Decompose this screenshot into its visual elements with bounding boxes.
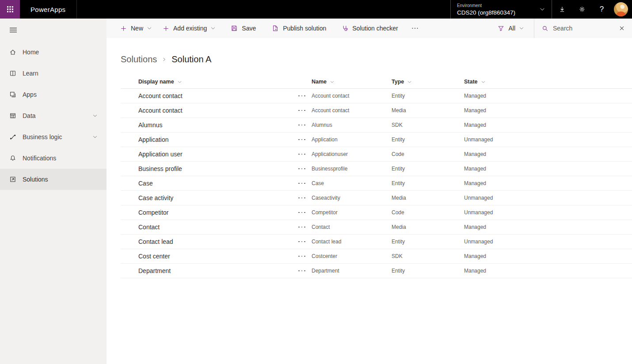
overflow-button[interactable]	[406, 19, 424, 38]
row-display-name: Business profile	[138, 165, 297, 172]
row-name: Account contact	[312, 107, 392, 114]
row-actions-button[interactable]	[297, 168, 312, 170]
table-row[interactable]: Application Application Entity Unmanaged	[121, 133, 632, 147]
environment-value: CDS20 (org8f860347)	[457, 9, 515, 16]
table-row[interactable]: Account contact Account contact Media Ma…	[121, 103, 632, 118]
table-row[interactable]: Department Department Entity Managed	[121, 264, 632, 278]
row-actions-button[interactable]	[297, 227, 312, 228]
column-header-state[interactable]: State	[464, 79, 632, 85]
hamburger-icon	[9, 27, 17, 33]
row-state: Managed	[464, 151, 632, 157]
row-type: Media	[392, 224, 464, 230]
ellipsis-icon	[298, 183, 300, 184]
row-actions-button[interactable]	[297, 197, 312, 199]
row-state: Managed	[464, 93, 632, 99]
ellipsis-icon	[298, 125, 300, 126]
column-header-type[interactable]: Type	[392, 79, 464, 85]
sidebar-item-data[interactable]: Data	[0, 105, 107, 126]
chevron-down-icon	[92, 134, 98, 140]
table-row[interactable]: Business profile Businessprofile Entity …	[121, 162, 632, 176]
row-state: Managed	[464, 122, 632, 128]
row-name: Caseactivity	[312, 195, 392, 201]
row-state: Managed	[464, 268, 632, 274]
ellipsis-icon	[298, 227, 300, 228]
column-header-display-name[interactable]: Display name	[138, 79, 297, 85]
row-state: Managed	[464, 166, 632, 172]
download-button[interactable]	[552, 0, 572, 19]
publish-icon	[272, 25, 279, 32]
row-actions-button[interactable]	[297, 256, 312, 257]
row-display-name: Department	[138, 267, 297, 274]
book-icon	[9, 70, 16, 77]
left-navigation: Home Learn Apps Data	[0, 19, 107, 364]
help-button[interactable]: ?	[592, 0, 612, 19]
row-actions-button[interactable]	[297, 212, 312, 213]
sidebar-item-solutions[interactable]: Solutions	[0, 169, 107, 190]
row-display-name: Account contact	[138, 107, 297, 114]
chevron-down-icon	[210, 26, 216, 31]
row-actions-button[interactable]	[297, 183, 312, 184]
row-actions-button[interactable]	[297, 154, 312, 155]
row-type: SDK	[392, 122, 464, 128]
search-box	[534, 19, 612, 38]
stethoscope-icon	[341, 25, 348, 32]
filter-button[interactable]: All	[492, 19, 529, 38]
row-display-name: Alumnus	[138, 121, 297, 129]
search-input[interactable]	[553, 25, 605, 32]
row-display-name: Application	[138, 136, 297, 143]
data-table-icon	[9, 112, 16, 119]
environment-picker[interactable]: Environment CDS20 (org8f860347)	[450, 0, 552, 19]
row-actions-button[interactable]	[297, 110, 312, 111]
chevron-down-icon	[330, 80, 335, 84]
table-row[interactable]: Case activity Caseactivity Media Unmanag…	[121, 191, 632, 205]
add-existing-button[interactable]: Add existing	[157, 19, 221, 38]
publish-solution-button[interactable]: Publish solution	[267, 19, 331, 38]
sidebar-item-apps[interactable]: Apps	[0, 84, 107, 105]
row-actions-button[interactable]	[297, 125, 312, 126]
table-row[interactable]: Contact lead Contact lead Entity Unmanag…	[121, 235, 632, 249]
row-type: SDK	[392, 253, 464, 259]
row-actions-button[interactable]	[297, 139, 312, 140]
table-row[interactable]: Account contact Account contact Entity M…	[121, 89, 632, 103]
row-display-name: Cost center	[138, 253, 297, 260]
breadcrumb-parent-link[interactable]: Solutions	[121, 54, 157, 64]
close-button[interactable]	[612, 19, 632, 38]
column-header-name[interactable]: Name	[312, 79, 392, 85]
row-actions-button[interactable]	[297, 241, 312, 243]
ellipsis-icon	[298, 154, 300, 155]
plus-icon	[120, 25, 127, 32]
sidebar-item-notifications[interactable]: Notifications	[0, 148, 107, 169]
sidebar-item-learn[interactable]: Learn	[0, 63, 107, 84]
sidebar-item-business-logic[interactable]: Business logic	[0, 126, 107, 148]
table-row[interactable]: Application user Applicationuser Code Ma…	[121, 147, 632, 162]
solution-checker-button[interactable]: Solution checker	[336, 19, 404, 38]
table-row[interactable]: Cost center Costcenter SDK Managed	[121, 249, 632, 264]
table-row[interactable]: Contact Contact Media Managed	[121, 220, 632, 235]
sidebar-item-home[interactable]: Home	[0, 42, 107, 63]
settings-button[interactable]	[572, 0, 592, 19]
table-row[interactable]: Alumnus Alumnus SDK Managed	[121, 118, 632, 133]
row-name: Competitor	[312, 209, 392, 216]
ellipsis-icon	[298, 256, 300, 257]
top-app-bar: PowerApps Environment CDS20 (org8f860347…	[0, 0, 632, 19]
close-icon	[619, 25, 625, 31]
table-row[interactable]: Competitor Competitor Code Unmanaged	[121, 205, 632, 220]
row-actions-button[interactable]	[297, 95, 312, 97]
collapse-nav-button[interactable]	[0, 19, 107, 42]
row-state: Unmanaged	[464, 239, 632, 245]
table-row[interactable]: Case Case Entity Managed	[121, 176, 632, 191]
command-bar: New Add existing	[107, 19, 632, 38]
row-name: Application	[312, 136, 392, 143]
row-actions-button[interactable]	[297, 270, 312, 272]
save-button[interactable]: Save	[225, 19, 261, 38]
ellipsis-icon	[298, 168, 300, 170]
ellipsis-icon	[298, 110, 300, 111]
app-title[interactable]: PowerApps	[20, 0, 77, 19]
user-avatar[interactable]	[614, 2, 628, 16]
new-button[interactable]: New	[115, 19, 157, 38]
app-launcher-button[interactable]	[0, 0, 20, 19]
sidebar-item-label: Data	[23, 112, 36, 119]
row-display-name: Application user	[138, 151, 297, 158]
plus-icon	[163, 25, 169, 32]
row-name: Contact	[312, 224, 392, 230]
